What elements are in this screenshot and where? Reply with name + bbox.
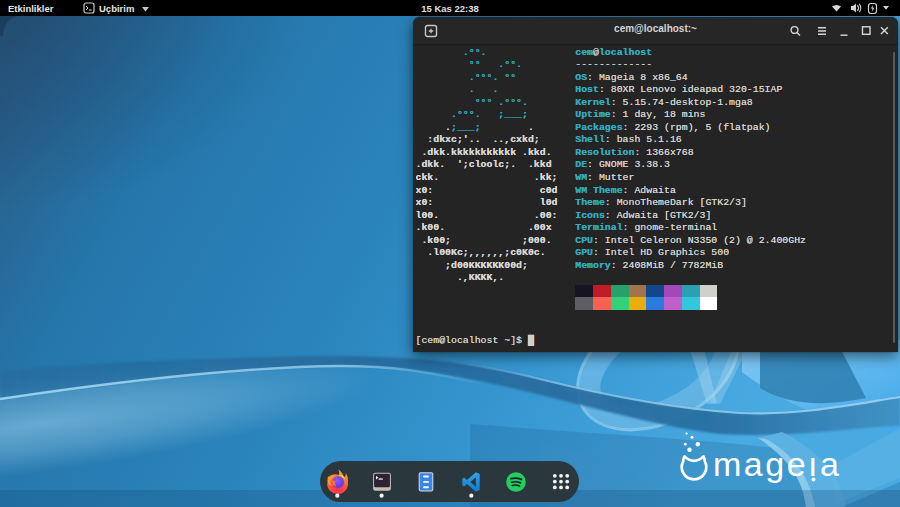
svg-text:mageıa: mageıa	[713, 445, 841, 483]
